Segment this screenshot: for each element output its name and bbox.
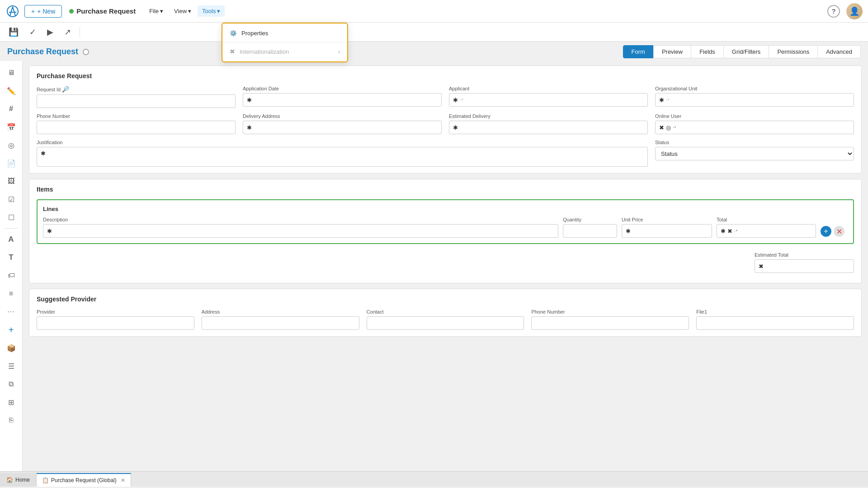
- app-logo[interactable]: [5, 4, 20, 19]
- lines-grid: Description ✱ Quantity Unit Price ✱: [43, 217, 848, 238]
- remove-line-button[interactable]: ✕: [834, 226, 844, 237]
- input-estimated-total[interactable]: ✖: [755, 259, 854, 273]
- estimated-total-row: Estimated Total ✖: [37, 249, 854, 277]
- tab-grid-filters[interactable]: Grid/Filters: [723, 45, 769, 58]
- tab-preview[interactable]: Preview: [653, 45, 691, 58]
- field-description: Description ✱: [43, 217, 558, 238]
- sidebar-icon-text-t[interactable]: T: [3, 249, 19, 266]
- input-estimated-delivery[interactable]: ✱: [449, 121, 648, 134]
- input-request-id[interactable]: [37, 94, 236, 108]
- input-contact[interactable]: [367, 316, 524, 330]
- sidebar-icon-label[interactable]: 🏷: [3, 267, 19, 284]
- input-file1[interactable]: [696, 316, 854, 330]
- page-header: Purchase Request Form Preview Fields Gri…: [0, 42, 868, 61]
- sidebar-icon-doc[interactable]: 📄: [3, 155, 19, 171]
- export-button[interactable]: ↗: [62, 26, 73, 38]
- label-contact: Contact: [367, 309, 524, 314]
- suggested-provider-section: Suggested Provider Provider Address Cont…: [29, 289, 862, 337]
- input-applicant[interactable]: ✱ ·⁺: [449, 93, 648, 107]
- check-button[interactable]: ✓: [27, 26, 38, 38]
- sidebar-icon-add[interactable]: +: [3, 322, 19, 338]
- sidebar-icon-copy[interactable]: ⎘: [3, 412, 19, 428]
- home-tab[interactable]: 🏠 Home: [0, 473, 37, 487]
- field-estimated-delivery: Estimated Delivery ✱: [449, 113, 648, 134]
- sidebar-icon-edit[interactable]: ✏️: [3, 83, 19, 99]
- sidebar-icon-grid[interactable]: ⊞: [3, 394, 19, 410]
- label-status: Status: [655, 140, 854, 145]
- input-provider[interactable]: [37, 316, 194, 330]
- label-provider-phone: Phone Number: [531, 309, 689, 314]
- field-application-date: Application Date ✱: [243, 86, 442, 108]
- add-line-button[interactable]: +: [821, 226, 831, 237]
- purchase-request-global-tab[interactable]: 📋 Purchase Request (Global) ✕: [37, 473, 131, 487]
- sidebar-icon-text-a[interactable]: A: [3, 231, 19, 248]
- new-button[interactable]: + + New: [24, 5, 62, 18]
- input-justification[interactable]: ✱: [37, 147, 648, 167]
- sidebar-icon-image[interactable]: 🖼: [3, 173, 19, 189]
- items-section: Items Lines Description ✱ Quantity: [29, 179, 862, 283]
- help-button[interactable]: ?: [827, 5, 840, 18]
- label-total: Total: [717, 217, 816, 222]
- input-online-user[interactable]: ✖ ◎ ·⁺: [655, 121, 854, 134]
- label-phone-number: Phone Number: [37, 113, 236, 119]
- new-label: + New: [37, 8, 55, 15]
- input-quantity[interactable]: [563, 224, 617, 238]
- save-button[interactable]: 💾: [6, 26, 21, 38]
- sidebar-icon-lines[interactable]: ☰: [3, 358, 19, 374]
- nav-view[interactable]: View ▾: [170, 5, 196, 17]
- user-avatar[interactable]: 👤: [846, 3, 863, 19]
- field-phone-number: Phone Number: [37, 113, 236, 134]
- nav-file[interactable]: File ▾: [145, 5, 168, 17]
- input-description[interactable]: ✱: [43, 224, 558, 238]
- input-org-unit[interactable]: ✱ ·⁺: [655, 93, 854, 107]
- main-layout: 🖥 ✏️ # 📅 ◎ 📄 🖼 ☑ ☐ A T 🏷 ≡ ··· + 📦 ☰ ⧉ ⊞…: [0, 61, 868, 471]
- home-label: Home: [15, 477, 30, 483]
- field-status: Status Status: [655, 140, 854, 167]
- tab-advanced[interactable]: Advanced: [817, 45, 861, 58]
- sidebar-icon-layers[interactable]: ⧉: [3, 376, 19, 392]
- sidebar-icon-calendar[interactable]: 📅: [3, 119, 19, 135]
- label-estimated-total: Estimated Total: [755, 252, 854, 258]
- tab-form[interactable]: Form: [623, 45, 654, 58]
- dropdown-sep: [222, 42, 347, 42]
- input-application-date[interactable]: ✱: [243, 93, 442, 107]
- input-provider-phone[interactable]: [531, 316, 689, 330]
- sidebar-icon-box[interactable]: 📦: [3, 340, 19, 356]
- section-title-purchase-request: Purchase Request: [37, 72, 854, 80]
- tools-i18n-item: ✖ Internationalization ›: [222, 43, 347, 60]
- sidebar-icon-tag[interactable]: ☐: [3, 209, 19, 225]
- sidebar-icon-dots[interactable]: ···: [3, 304, 19, 320]
- field-address: Address: [202, 309, 359, 330]
- label-unit-price: Unit Price: [622, 217, 712, 222]
- sidebar-icon-circle[interactable]: ◎: [3, 137, 19, 153]
- tab-fields[interactable]: Fields: [691, 45, 724, 58]
- sidebar-icon-align[interactable]: ≡: [3, 286, 19, 302]
- tab-permissions[interactable]: Permissions: [769, 45, 818, 58]
- lines-title: Lines: [43, 206, 848, 212]
- label-provider: Provider: [37, 309, 194, 314]
- select-status[interactable]: Status: [655, 147, 854, 160]
- input-total[interactable]: ✱ ✖ ·⁺: [717, 224, 816, 238]
- sidebar-icon-hash[interactable]: #: [3, 101, 19, 117]
- tab-close-button[interactable]: ✕: [121, 477, 125, 483]
- input-unit-price[interactable]: ✱: [622, 224, 712, 238]
- input-delivery-address[interactable]: ✱: [243, 121, 442, 134]
- input-address[interactable]: [202, 316, 359, 330]
- input-phone-number[interactable]: [37, 121, 236, 134]
- label-applicant: Applicant: [449, 86, 648, 91]
- label-quantity: Quantity: [563, 217, 617, 222]
- nav-tools[interactable]: Tools ▾: [198, 5, 225, 17]
- label-request-id: Request Id 🔎: [37, 86, 236, 93]
- page-status-dot[interactable]: [83, 49, 89, 55]
- sidebar-sep-1: [5, 228, 18, 229]
- run-button[interactable]: ▶: [45, 26, 56, 38]
- field-request-id: Request Id 🔎: [37, 86, 236, 108]
- page-tabs: Form Preview Fields Grid/Filters Permiss…: [623, 45, 861, 58]
- field-unit-price: Unit Price ✱: [622, 217, 712, 238]
- tools-properties-item[interactable]: ⚙️ Properties: [222, 25, 347, 41]
- doc-title-text: Purchase Request: [76, 7, 136, 15]
- sidebar-icon-check[interactable]: ☑: [3, 191, 19, 207]
- field-applicant: Applicant ✱ ·⁺: [449, 86, 648, 108]
- field-org-unit: Organizational Unit ✱ ·⁺: [655, 86, 854, 108]
- sidebar-icon-monitor[interactable]: 🖥: [3, 65, 19, 81]
